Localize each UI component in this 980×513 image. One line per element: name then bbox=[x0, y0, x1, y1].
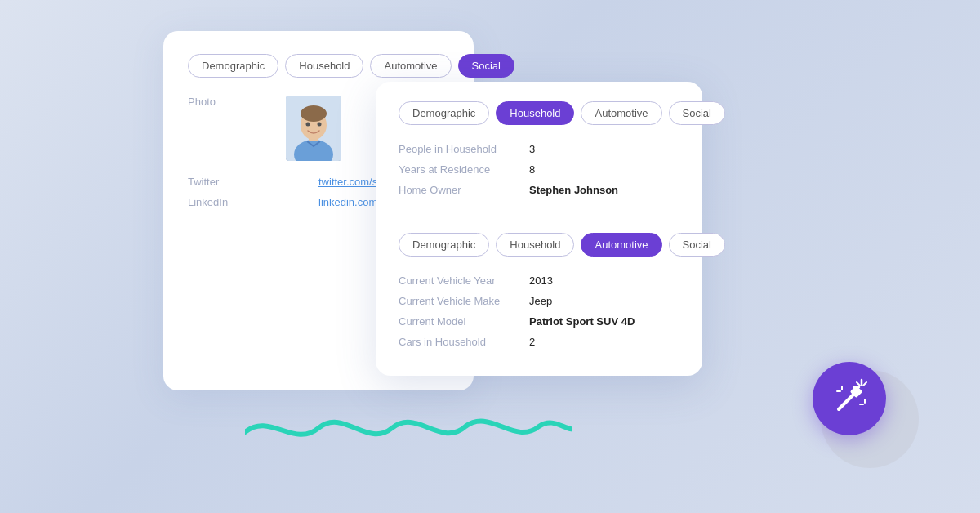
linkedin-label: LinkedIn bbox=[188, 196, 318, 208]
vehicle-year-label: Current Vehicle Year bbox=[399, 274, 529, 287]
vehicle-make-row: Current Vehicle Make Jeep bbox=[399, 295, 679, 307]
people-row: People in Household 3 bbox=[399, 143, 679, 155]
owner-row: Home Owner Stephen Johnson bbox=[399, 184, 679, 196]
years-label: Years at Residence bbox=[399, 163, 529, 176]
tab-row-household: Demographic Household Automotive Social bbox=[399, 101, 679, 125]
people-label: People in Household bbox=[399, 143, 529, 155]
tab-demographic-auto[interactable]: Demographic bbox=[399, 233, 489, 256]
owner-value: Stephen Johnson bbox=[529, 184, 618, 196]
tab-demographic-back[interactable]: Demographic bbox=[188, 54, 278, 78]
automotive-section: Demographic Household Automotive Social … bbox=[399, 233, 679, 348]
tab-row-back: Demographic Household Automotive Social bbox=[188, 54, 449, 78]
tab-social-household[interactable]: Social bbox=[669, 101, 725, 125]
tab-row-automotive: Demographic Household Automotive Social bbox=[399, 233, 679, 256]
cars-household-row: Cars in Household 2 bbox=[399, 336, 679, 348]
photo-label: Photo bbox=[188, 96, 286, 108]
vehicle-make-value: Jeep bbox=[529, 295, 552, 307]
vehicle-model-label: Current Model bbox=[399, 315, 529, 328]
cars-household-value: 2 bbox=[529, 336, 535, 348]
squiggle bbox=[245, 404, 572, 456]
years-row: Years at Residence 8 bbox=[399, 163, 679, 176]
tab-social-auto[interactable]: Social bbox=[669, 233, 725, 256]
vehicle-year-value: 2013 bbox=[529, 274, 553, 287]
cars-household-label: Cars in Household bbox=[399, 336, 529, 348]
svg-line-7 bbox=[839, 393, 855, 409]
svg-line-12 bbox=[863, 382, 866, 386]
household-section: Demographic Household Automotive Social … bbox=[399, 101, 679, 196]
tab-automotive-active[interactable]: Automotive bbox=[581, 233, 662, 256]
avatar bbox=[286, 96, 341, 161]
magic-wand-icon bbox=[829, 378, 870, 419]
tab-household-auto[interactable]: Household bbox=[496, 233, 574, 256]
tab-household-back[interactable]: Household bbox=[285, 54, 363, 78]
tab-automotive-household[interactable]: Automotive bbox=[581, 101, 662, 125]
years-value: 8 bbox=[529, 163, 535, 176]
vehicle-model-value: Patriot Sport SUV 4D bbox=[529, 315, 635, 328]
card-front: Demographic Household Automotive Social … bbox=[376, 82, 702, 376]
twitter-label: Twitter bbox=[188, 176, 318, 188]
scene: Demographic Household Automotive Social … bbox=[0, 0, 980, 513]
svg-line-11 bbox=[857, 382, 860, 386]
tab-demographic-household[interactable]: Demographic bbox=[399, 101, 489, 125]
vehicle-model-row: Current Model Patriot Sport SUV 4D bbox=[399, 315, 679, 328]
svg-point-4 bbox=[301, 105, 327, 122]
people-value: 3 bbox=[529, 143, 535, 155]
tab-social-back[interactable]: Social bbox=[458, 54, 514, 78]
tab-household-active[interactable]: Household bbox=[496, 101, 574, 125]
owner-label: Home Owner bbox=[399, 184, 529, 196]
tab-automotive-back[interactable]: Automotive bbox=[370, 54, 451, 78]
svg-point-5 bbox=[306, 123, 310, 127]
svg-point-6 bbox=[318, 123, 322, 127]
magic-wand-button[interactable] bbox=[813, 362, 886, 435]
vehicle-make-label: Current Vehicle Make bbox=[399, 295, 529, 307]
vehicle-year-row: Current Vehicle Year 2013 bbox=[399, 274, 679, 287]
divider bbox=[399, 216, 679, 216]
